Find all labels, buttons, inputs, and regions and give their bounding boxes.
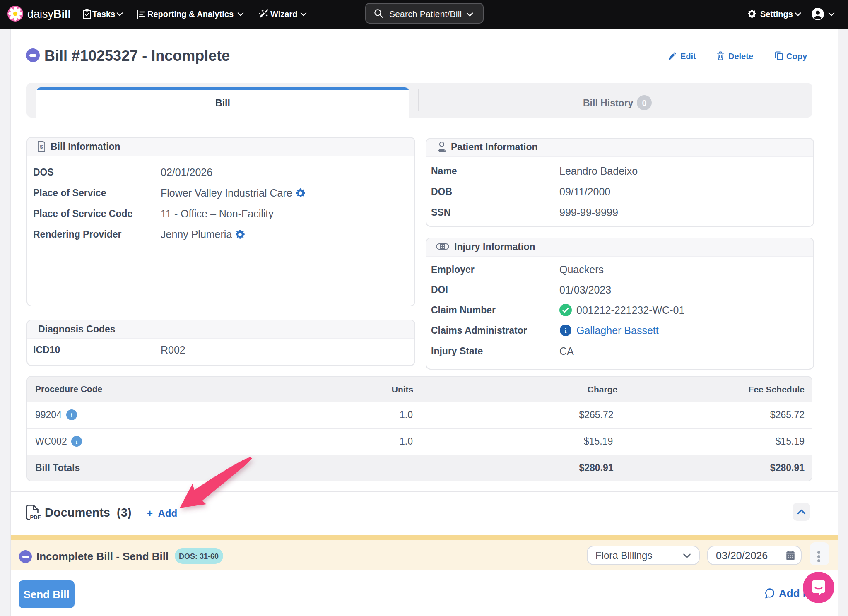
svg-text:i: i [565, 327, 567, 334]
svg-text:i: i [71, 412, 72, 419]
svg-text:PDF: PDF [30, 514, 41, 520]
svg-text:i: i [76, 438, 77, 445]
svg-text:$: $ [40, 144, 43, 150]
